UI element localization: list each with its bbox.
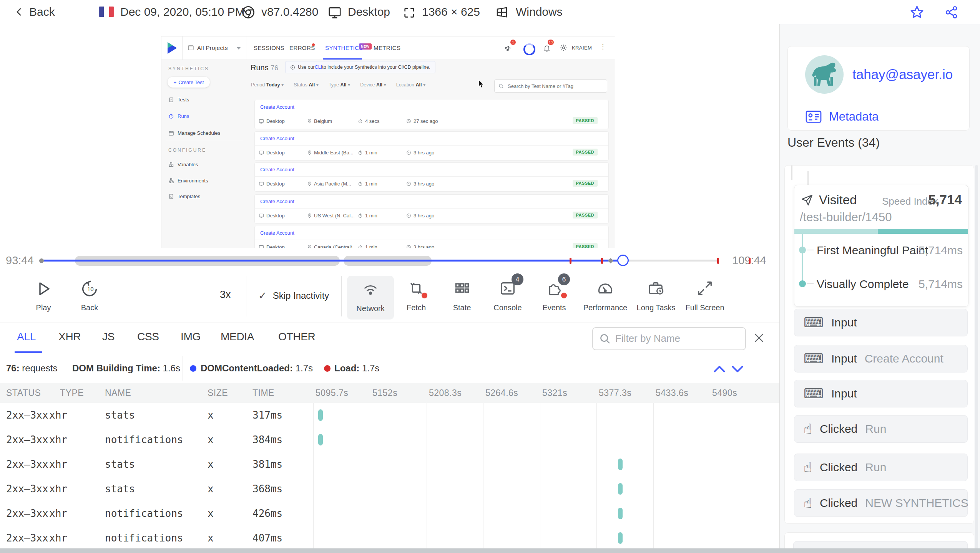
timeline-event-marker[interactable] [749, 258, 751, 264]
run-device: Desktop [266, 114, 285, 129]
network-request-row[interactable]: 2xx–3xx xhr stats x 381ms [0, 452, 779, 477]
more-menu-icon[interactable]: ⋮ [600, 43, 606, 50]
jump-next-icon[interactable] [730, 364, 745, 374]
user-card: tahay@asayer.io Metadata [787, 46, 970, 131]
event-item-clicked[interactable]: ☝ Clicked Run [794, 415, 968, 443]
tab-other[interactable]: OTHER [278, 331, 316, 343]
col-size[interactable]: SIZE [208, 383, 228, 403]
favorite-star-icon[interactable] [909, 5, 925, 20]
test-search-box[interactable] [494, 79, 607, 93]
run-card[interactable]: Create Account Desktop Middle East (Ba..… [254, 131, 609, 161]
filter-status[interactable]: Status All ▾ [294, 82, 319, 88]
run-title-link[interactable]: Create Account [255, 163, 608, 177]
col-name[interactable]: NAME [105, 383, 131, 403]
play-button[interactable]: Play [26, 273, 61, 323]
console-toggle-button[interactable]: 4 Console [484, 273, 531, 323]
window-bottom-scrollbar[interactable] [0, 548, 980, 553]
run-title-link[interactable]: Create Account [255, 100, 608, 114]
back-chevron-icon[interactable] [14, 7, 25, 17]
network-request-row[interactable]: 2xx–3xx xhr stats x 317ms [0, 403, 779, 427]
sidebar-scrollbar[interactable] [975, 165, 978, 551]
tab-sessions[interactable]: SESSIONS [254, 36, 284, 60]
col-status[interactable]: STATUS [6, 383, 41, 403]
back-10-button[interactable]: 10 Back [72, 273, 107, 323]
filter-type[interactable]: Type All ▾ [329, 82, 350, 88]
timeline-event-marker[interactable] [570, 258, 571, 264]
tab-all[interactable]: ALL [17, 331, 36, 343]
tab-metrics[interactable]: METRICS [374, 36, 400, 60]
sidebar-item-environments[interactable]: Environments [168, 178, 208, 184]
network-request-row[interactable]: 2xx–3xx xhr stats x 368ms [0, 477, 779, 501]
col-time[interactable]: TIME [252, 383, 274, 403]
event-item-input[interactable]: ⌨ Input Create Account [794, 345, 968, 373]
sidebar-item-templates[interactable]: Templates [168, 194, 200, 199]
event-item-clicked[interactable]: ☝ Clicked Run [794, 454, 968, 481]
user-name[interactable]: KRAIEM [572, 36, 592, 60]
network-toggle-button[interactable]: Network [347, 276, 394, 320]
timeline-note-marker[interactable] [608, 258, 613, 263]
location-pin-icon [307, 181, 312, 186]
settings-gear-icon[interactable] [560, 44, 568, 52]
run-title-link[interactable]: Create Account [255, 195, 608, 209]
sidebar-item-variables[interactable]: Variables [168, 162, 198, 167]
tab-css[interactable]: CSS [137, 331, 159, 343]
bell-badge: 13 [548, 40, 554, 45]
fullscreen-button[interactable]: Full Screen [681, 273, 729, 323]
back-button[interactable]: Back [29, 0, 55, 24]
timeline-event-marker[interactable] [717, 258, 719, 264]
event-item-input[interactable]: ⌨ Input [794, 380, 968, 407]
run-title-link[interactable]: Create Account [255, 226, 608, 240]
project-selector[interactable]: All Projects [197, 36, 228, 60]
state-toggle-button[interactable]: State [439, 273, 485, 323]
timeline-playhead[interactable] [617, 255, 629, 266]
run-location: Asia Pacific (M... [314, 177, 351, 191]
sidebar-item-runs[interactable]: Runs [168, 113, 189, 119]
share-icon[interactable] [944, 5, 959, 20]
notifications-bell-icon[interactable] [543, 44, 551, 52]
filter-location[interactable]: Location All ▾ [396, 82, 425, 88]
visited-event-card[interactable]: Visited Speed Index 5,714 /test-builder/… [794, 185, 968, 307]
timeline-event-marker[interactable] [601, 258, 603, 264]
long-tasks-toggle-button[interactable]: Long Tasks [632, 273, 680, 323]
grid-icon [439, 280, 485, 296]
tab-js[interactable]: JS [102, 331, 115, 343]
filter-device[interactable]: Device All ▾ [360, 82, 386, 88]
tab-synthetics[interactable]: SYNTHETICS [325, 36, 363, 60]
skip-inactivity-toggle[interactable]: ✓ Skip Inactivity [258, 290, 329, 301]
tab-xhr[interactable]: XHR [58, 331, 81, 343]
run-card[interactable]: Create Account Desktop Asia Pacific (M..… [254, 162, 609, 192]
announcements-icon[interactable] [505, 44, 513, 52]
sidebar-item-tests[interactable]: Tests [168, 97, 189, 103]
events-toggle-button[interactable]: 6 Events [531, 273, 578, 323]
jump-previous-icon[interactable] [712, 364, 727, 374]
run-card[interactable]: Create Account Desktop Canada (Central) … [254, 226, 609, 248]
metadata-button[interactable]: Metadata [805, 110, 879, 124]
col-type[interactable]: TYPE [60, 383, 84, 403]
fetch-toggle-button[interactable]: Fetch [393, 273, 440, 323]
network-request-row[interactable]: 2xx–3xx xhr notifications x 384ms [0, 427, 779, 452]
run-card[interactable]: Create Account Desktop US West (N. Cal..… [254, 194, 609, 224]
cell-size: x [208, 477, 214, 501]
waterfall-bar [618, 459, 623, 470]
create-test-button[interactable]: +Create Test [168, 77, 210, 88]
user-email-link[interactable]: tahay@asayer.io [852, 67, 953, 82]
close-panel-icon[interactable] [752, 331, 766, 344]
run-card[interactable]: Create Account Desktop Belgium 4 secs 27… [254, 100, 609, 129]
tab-img[interactable]: IMG [181, 331, 201, 343]
event-item-clicked[interactable]: ☝ Clicked NEW SYNTHETICS [794, 489, 968, 517]
network-request-row[interactable]: 2xx–3xx xhr notifications x 407ms [0, 526, 779, 550]
performance-toggle-button[interactable]: Performance [581, 273, 630, 323]
network-request-row[interactable]: 2xx–3xx xhr notifications x 426ms [0, 501, 779, 526]
cli-link[interactable]: CLI [315, 65, 322, 70]
event-item-input[interactable]: ⌨ Input [794, 309, 968, 336]
sidebar-item-manage-schedules[interactable]: Manage Schedules [168, 130, 220, 136]
tab-errors[interactable]: ERRORS [289, 36, 315, 60]
tab-media[interactable]: MEDIA [221, 331, 254, 343]
run-title-link[interactable]: Create Account [255, 132, 608, 146]
filter-search-box[interactable] [592, 327, 746, 350]
speed-toggle[interactable]: 3x [220, 289, 231, 301]
app-logo-icon[interactable] [165, 41, 179, 55]
filter-period[interactable]: Period Today ▾ [251, 82, 284, 88]
run-duration: 1 min [365, 209, 377, 223]
timeline-progress[interactable] [42, 260, 623, 262]
